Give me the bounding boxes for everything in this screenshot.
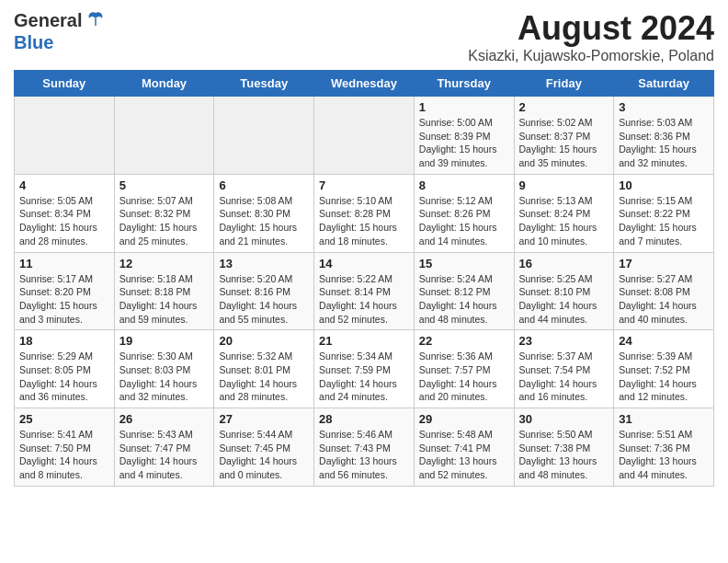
day-info: Sunrise: 5:10 AM Sunset: 8:28 PM Dayligh… xyxy=(319,194,409,248)
calendar-cell: 15Sunrise: 5:24 AM Sunset: 8:12 PM Dayli… xyxy=(414,252,514,330)
week-row-5: 25Sunrise: 5:41 AM Sunset: 7:50 PM Dayli… xyxy=(15,408,714,487)
calendar-subtitle: Ksiazki, Kujawsko-Pomorskie, Poland xyxy=(468,48,714,64)
week-row-3: 11Sunrise: 5:17 AM Sunset: 8:20 PM Dayli… xyxy=(15,252,714,330)
page-header: General Blue August 2024 Ksiazki, Kujaws… xyxy=(14,9,714,64)
logo-general-text: General xyxy=(14,10,82,31)
calendar-cell: 28Sunrise: 5:46 AM Sunset: 7:43 PM Dayli… xyxy=(314,408,415,487)
day-info: Sunrise: 5:41 AM Sunset: 7:50 PM Dayligh… xyxy=(19,428,109,482)
day-info: Sunrise: 5:32 AM Sunset: 8:01 PM Dayligh… xyxy=(219,350,309,404)
day-number: 4 xyxy=(19,178,109,192)
calendar-cell: 23Sunrise: 5:37 AM Sunset: 7:54 PM Dayli… xyxy=(514,330,614,408)
day-info: Sunrise: 5:46 AM Sunset: 7:43 PM Dayligh… xyxy=(319,428,409,482)
logo-bird-icon xyxy=(85,9,106,32)
day-number: 29 xyxy=(419,412,509,426)
day-number: 13 xyxy=(219,257,309,270)
calendar-cell: 13Sunrise: 5:20 AM Sunset: 8:16 PM Dayli… xyxy=(214,252,314,330)
day-number: 10 xyxy=(619,178,709,192)
day-number: 25 xyxy=(19,412,109,426)
day-number: 5 xyxy=(119,178,210,192)
calendar-title: August 2024 xyxy=(468,9,714,48)
calendar-cell: 29Sunrise: 5:48 AM Sunset: 7:41 PM Dayli… xyxy=(414,408,514,487)
day-number: 9 xyxy=(519,178,609,192)
day-number: 7 xyxy=(319,178,409,192)
day-number: 17 xyxy=(619,257,709,270)
day-number: 14 xyxy=(319,257,409,270)
calendar-cell xyxy=(15,97,115,175)
day-info: Sunrise: 5:05 AM Sunset: 8:34 PM Dayligh… xyxy=(19,194,109,248)
calendar-cell: 24Sunrise: 5:39 AM Sunset: 7:52 PM Dayli… xyxy=(614,330,714,408)
day-info: Sunrise: 5:13 AM Sunset: 8:24 PM Dayligh… xyxy=(519,194,609,248)
calendar-cell: 7Sunrise: 5:10 AM Sunset: 8:28 PM Daylig… xyxy=(314,174,415,252)
calendar-cell: 9Sunrise: 5:13 AM Sunset: 8:24 PM Daylig… xyxy=(514,174,614,252)
day-info: Sunrise: 5:27 AM Sunset: 8:08 PM Dayligh… xyxy=(619,272,709,327)
calendar-body: 1Sunrise: 5:00 AM Sunset: 8:39 PM Daylig… xyxy=(15,97,714,487)
day-info: Sunrise: 5:51 AM Sunset: 7:36 PM Dayligh… xyxy=(619,428,709,482)
day-number: 30 xyxy=(519,412,609,426)
day-number: 11 xyxy=(19,257,109,270)
week-row-1: 1Sunrise: 5:00 AM Sunset: 8:39 PM Daylig… xyxy=(15,97,714,175)
calendar-cell: 31Sunrise: 5:51 AM Sunset: 7:36 PM Dayli… xyxy=(614,408,714,487)
calendar-cell: 14Sunrise: 5:22 AM Sunset: 8:14 PM Dayli… xyxy=(314,252,415,330)
week-row-2: 4Sunrise: 5:05 AM Sunset: 8:34 PM Daylig… xyxy=(15,174,714,252)
day-number: 21 xyxy=(319,334,409,348)
calendar-cell: 27Sunrise: 5:44 AM Sunset: 7:45 PM Dayli… xyxy=(214,408,314,487)
day-info: Sunrise: 5:20 AM Sunset: 8:16 PM Dayligh… xyxy=(219,272,309,327)
calendar-cell xyxy=(114,97,214,175)
day-header-friday: Friday xyxy=(514,71,614,97)
calendar-cell: 22Sunrise: 5:36 AM Sunset: 7:57 PM Dayli… xyxy=(414,330,514,408)
day-info: Sunrise: 5:36 AM Sunset: 7:57 PM Dayligh… xyxy=(419,350,509,404)
day-number: 8 xyxy=(419,178,509,192)
calendar-cell: 6Sunrise: 5:08 AM Sunset: 8:30 PM Daylig… xyxy=(214,174,314,252)
day-number: 12 xyxy=(119,257,210,270)
logo-blue-text: Blue xyxy=(14,32,53,52)
day-info: Sunrise: 5:07 AM Sunset: 8:32 PM Dayligh… xyxy=(119,194,210,248)
day-number: 20 xyxy=(219,334,309,348)
calendar-cell: 16Sunrise: 5:25 AM Sunset: 8:10 PM Dayli… xyxy=(514,252,614,330)
day-header-wednesday: Wednesday xyxy=(314,71,415,97)
title-block: August 2024 Ksiazki, Kujawsko-Pomorskie,… xyxy=(468,9,714,64)
day-info: Sunrise: 5:24 AM Sunset: 8:12 PM Dayligh… xyxy=(419,272,509,327)
calendar-table: SundayMondayTuesdayWednesdayThursdayFrid… xyxy=(14,70,714,487)
day-number: 19 xyxy=(119,334,210,348)
day-number: 27 xyxy=(219,412,309,426)
day-header-tuesday: Tuesday xyxy=(214,71,314,97)
day-number: 15 xyxy=(419,257,509,270)
calendar-cell: 10Sunrise: 5:15 AM Sunset: 8:22 PM Dayli… xyxy=(614,174,714,252)
day-number: 18 xyxy=(19,334,109,348)
day-info: Sunrise: 5:25 AM Sunset: 8:10 PM Dayligh… xyxy=(519,272,609,327)
calendar-cell: 26Sunrise: 5:43 AM Sunset: 7:47 PM Dayli… xyxy=(114,408,214,487)
day-info: Sunrise: 5:08 AM Sunset: 8:30 PM Dayligh… xyxy=(219,194,309,248)
day-info: Sunrise: 5:50 AM Sunset: 7:38 PM Dayligh… xyxy=(519,428,609,482)
day-number: 23 xyxy=(519,334,609,348)
day-info: Sunrise: 5:00 AM Sunset: 8:39 PM Dayligh… xyxy=(419,116,509,170)
day-header-sunday: Sunday xyxy=(15,71,115,97)
calendar-cell: 5Sunrise: 5:07 AM Sunset: 8:32 PM Daylig… xyxy=(114,174,214,252)
day-header-saturday: Saturday xyxy=(614,71,714,97)
day-header-thursday: Thursday xyxy=(414,71,514,97)
day-info: Sunrise: 5:37 AM Sunset: 7:54 PM Dayligh… xyxy=(519,350,609,404)
day-info: Sunrise: 5:12 AM Sunset: 8:26 PM Dayligh… xyxy=(419,194,509,248)
calendar-cell: 3Sunrise: 5:03 AM Sunset: 8:36 PM Daylig… xyxy=(614,97,714,175)
day-number: 22 xyxy=(419,334,509,348)
day-info: Sunrise: 5:43 AM Sunset: 7:47 PM Dayligh… xyxy=(119,428,210,482)
day-number: 6 xyxy=(219,178,309,192)
day-info: Sunrise: 5:17 AM Sunset: 8:20 PM Dayligh… xyxy=(19,272,109,327)
days-of-week-row: SundayMondayTuesdayWednesdayThursdayFrid… xyxy=(15,71,714,97)
calendar-cell: 21Sunrise: 5:34 AM Sunset: 7:59 PM Dayli… xyxy=(314,330,415,408)
day-number: 3 xyxy=(619,100,709,114)
day-number: 24 xyxy=(619,334,709,348)
day-number: 16 xyxy=(519,257,609,270)
calendar-cell: 8Sunrise: 5:12 AM Sunset: 8:26 PM Daylig… xyxy=(414,174,514,252)
day-info: Sunrise: 5:02 AM Sunset: 8:37 PM Dayligh… xyxy=(519,116,609,170)
day-info: Sunrise: 5:30 AM Sunset: 8:03 PM Dayligh… xyxy=(119,350,210,404)
calendar-cell: 4Sunrise: 5:05 AM Sunset: 8:34 PM Daylig… xyxy=(15,174,115,252)
day-info: Sunrise: 5:15 AM Sunset: 8:22 PM Dayligh… xyxy=(619,194,709,248)
week-row-4: 18Sunrise: 5:29 AM Sunset: 8:05 PM Dayli… xyxy=(15,330,714,408)
day-info: Sunrise: 5:44 AM Sunset: 7:45 PM Dayligh… xyxy=(219,428,309,482)
calendar-cell xyxy=(314,97,415,175)
calendar-cell: 17Sunrise: 5:27 AM Sunset: 8:08 PM Dayli… xyxy=(614,252,714,330)
calendar-cell: 20Sunrise: 5:32 AM Sunset: 8:01 PM Dayli… xyxy=(214,330,314,408)
calendar-cell: 12Sunrise: 5:18 AM Sunset: 8:18 PM Dayli… xyxy=(114,252,214,330)
calendar-cell xyxy=(214,97,314,175)
calendar-cell: 25Sunrise: 5:41 AM Sunset: 7:50 PM Dayli… xyxy=(15,408,115,487)
